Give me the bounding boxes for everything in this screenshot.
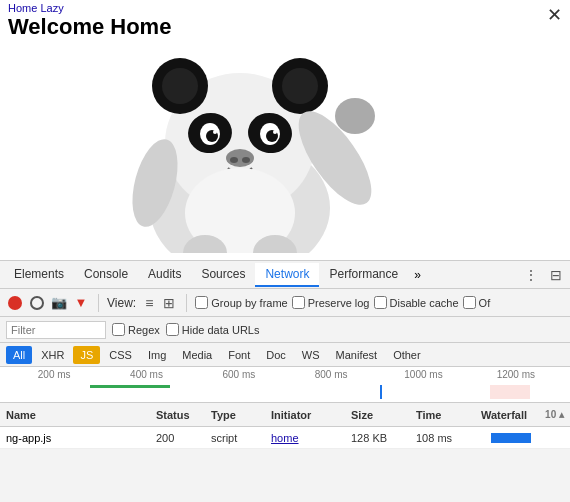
cell-waterfall — [481, 427, 564, 448]
type-doc[interactable]: Doc — [259, 346, 293, 364]
type-css[interactable]: CSS — [102, 346, 139, 364]
col-header-initiator[interactable]: Initiator — [271, 409, 351, 421]
timeline-600ms: 600 ms — [193, 369, 285, 380]
settings-icon[interactable]: ⋮ — [520, 265, 542, 285]
col-header-status[interactable]: Status — [156, 409, 211, 421]
filter-button[interactable]: ▼ — [72, 294, 90, 312]
page-subtitle: Home Lazy — [8, 2, 171, 14]
tab-sources[interactable]: Sources — [191, 263, 255, 287]
cell-size: 128 KB — [351, 432, 416, 444]
more-tabs-button[interactable]: » — [408, 264, 427, 286]
timeline-1000ms: 1000 ms — [377, 369, 469, 380]
separator — [98, 294, 99, 312]
offline-checkbox[interactable] — [463, 296, 476, 309]
tab-network[interactable]: Network — [255, 263, 319, 287]
col-header-type[interactable]: Type — [211, 409, 271, 421]
devtools-timeline: 200 ms 400 ms 600 ms 800 ms 1000 ms 1200… — [0, 367, 570, 403]
table-row[interactable]: ng-app.js 200 script home 128 KB 108 ms — [0, 427, 570, 449]
svg-point-15 — [230, 157, 238, 163]
filter-input[interactable] — [6, 321, 106, 339]
list-view-icon[interactable]: ≡ — [142, 294, 156, 312]
group-frame-checkbox-group[interactable]: Group by frame — [195, 296, 287, 309]
offline-label: Of — [479, 297, 491, 309]
separator2 — [186, 294, 187, 312]
close-button[interactable]: ✕ — [547, 4, 562, 26]
type-js[interactable]: JS — [73, 346, 100, 364]
type-other[interactable]: Other — [386, 346, 428, 364]
tab-console[interactable]: Console — [74, 263, 138, 287]
regex-label: Regex — [128, 324, 160, 336]
svg-point-12 — [213, 130, 217, 134]
svg-point-5 — [282, 68, 318, 104]
timeline-1200ms: 1200 ms — [470, 369, 562, 380]
col-header-size[interactable]: Size — [351, 409, 416, 421]
type-media[interactable]: Media — [175, 346, 219, 364]
type-manifest[interactable]: Manifest — [329, 346, 385, 364]
hide-data-urls-checkbox[interactable] — [166, 323, 179, 336]
regex-checkbox[interactable] — [112, 323, 125, 336]
type-all[interactable]: All — [6, 346, 32, 364]
view-label: View: — [107, 296, 136, 310]
svg-point-18 — [335, 98, 375, 134]
type-ws[interactable]: WS — [295, 346, 327, 364]
hide-data-urls-label: Hide data URLs — [182, 324, 260, 336]
svg-point-3 — [162, 68, 198, 104]
disable-cache-checkbox[interactable] — [374, 296, 387, 309]
clear-button[interactable] — [28, 294, 46, 312]
type-img[interactable]: Img — [141, 346, 173, 364]
svg-point-13 — [273, 130, 277, 134]
cell-time: 108 ms — [416, 432, 481, 444]
timeline-bar-green — [90, 385, 170, 388]
camera-button[interactable]: 📷 — [50, 294, 68, 312]
svg-point-16 — [242, 157, 250, 163]
cell-type: script — [211, 432, 271, 444]
col-header-num: 10 ▴ — [544, 409, 564, 420]
offline-checkbox-group[interactable]: Of — [463, 296, 491, 309]
devtools-tabs: Elements Console Audits Sources Network … — [0, 261, 570, 289]
disable-cache-label: Disable cache — [390, 297, 459, 309]
preserve-log-checkbox[interactable] — [292, 296, 305, 309]
devtools-icons: ⋮ ⊟ — [520, 265, 566, 285]
devtools-panel: Elements Console Audits Sources Network … — [0, 260, 570, 502]
hide-data-urls-option[interactable]: Hide data URLs — [166, 323, 260, 336]
tab-audits[interactable]: Audits — [138, 263, 191, 287]
timeline-400ms: 400 ms — [100, 369, 192, 380]
waterfall-view-icon[interactable]: ⊞ — [160, 294, 178, 312]
preserve-log-label: Preserve log — [308, 297, 370, 309]
svg-point-14 — [226, 149, 254, 167]
devtools-types: All XHR JS CSS Img Media Font Doc WS Man… — [0, 343, 570, 367]
preserve-log-checkbox-group[interactable]: Preserve log — [292, 296, 370, 309]
timeline-200ms: 200 ms — [8, 369, 100, 380]
type-xhr[interactable]: XHR — [34, 346, 71, 364]
disable-cache-checkbox-group[interactable]: Disable cache — [374, 296, 459, 309]
timeline-labels: 200 ms 400 ms 600 ms 800 ms 1000 ms 1200… — [0, 369, 570, 380]
timeline-800ms: 800 ms — [285, 369, 377, 380]
cell-status: 200 — [156, 432, 211, 444]
devtools-table-header: Name Status Type Initiator Size Time Wat… — [0, 403, 570, 427]
col-header-time[interactable]: Time — [416, 409, 481, 421]
record-button[interactable] — [6, 294, 24, 312]
col-header-name[interactable]: Name — [6, 409, 156, 421]
regex-option[interactable]: Regex — [112, 323, 160, 336]
cell-name: ng-app.js — [6, 432, 156, 444]
dock-icon[interactable]: ⊟ — [546, 265, 566, 285]
type-font[interactable]: Font — [221, 346, 257, 364]
col-header-waterfall[interactable]: Waterfall — [481, 409, 544, 421]
panda-image — [80, 28, 400, 253]
group-frame-checkbox[interactable] — [195, 296, 208, 309]
cell-initiator[interactable]: home — [271, 432, 351, 444]
tab-elements[interactable]: Elements — [4, 263, 74, 287]
devtools-controls: 📷 ▼ View: ≡ ⊞ Group by frame Preserve lo… — [0, 289, 570, 317]
timeline-bar-blue — [380, 385, 382, 399]
tab-performance[interactable]: Performance — [319, 263, 408, 287]
browser-content: ✕ Home Lazy Welcome Home — [0, 0, 570, 260]
group-frame-label: Group by frame — [211, 297, 287, 309]
waterfall-block — [491, 433, 531, 443]
devtools-filter: Regex Hide data URLs — [0, 317, 570, 343]
timeline-bar-pink — [490, 385, 530, 399]
